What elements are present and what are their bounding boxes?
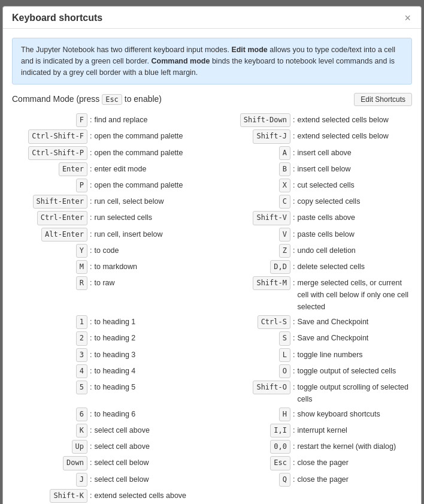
colon-separator: : [90,179,92,191]
key-badge: Shift-J [253,129,290,143]
colon-separator: : [90,212,92,224]
shortcut-key: 3 [12,348,90,362]
shortcut-row-left: Down:select cell below [12,455,209,471]
shortcut-desc: select cell below [94,457,209,469]
key-badge: J [76,473,87,487]
shortcut-row-left: Ctrl-Shift-P:open the command palette [12,145,209,161]
key-badge: 6 [76,408,87,421]
shortcut-desc: toggle output scrolling of selected cell… [297,381,412,405]
edit-shortcuts-button[interactable]: Edit Shortcuts [354,93,412,106]
shortcut-row-right: Shift-M:merge selected cells, or current… [215,275,412,314]
shortcut-row-left: Y:to code [12,243,209,259]
shortcut-key: S [215,331,293,345]
shortcut-desc: interrupt kernel [297,424,412,436]
shortcut-desc: extend selected cells below [297,114,412,126]
info-box: The Jupyter Notebook has two different k… [12,38,412,84]
key-badge: H [279,408,290,421]
shortcut-key: H [215,408,293,421]
colon-separator: : [293,163,295,175]
colon-separator: : [293,457,295,469]
shortcut-desc: open the command palette [94,179,209,191]
shortcut-desc: insert cell above [297,147,412,159]
colon-separator: : [293,114,295,126]
colon-separator: : [90,245,92,256]
colon-separator: : [293,408,295,420]
shortcut-desc: restart the kernel (with dialog) [297,440,412,452]
colon-separator: : [293,212,295,224]
shortcut-key: J [12,473,90,487]
shortcut-key: A [215,146,293,160]
shortcut-row-left: P:open the command palette [12,177,209,194]
shortcut-desc: insert cell below [297,163,412,175]
key-badge: L [279,348,290,362]
shortcut-row-right: I,I:interrupt kernel [215,422,412,439]
shortcut-key: Esc [215,456,293,470]
key-badge: Shift-K [50,489,87,503]
shortcut-desc: to markdown [94,261,209,273]
shortcut-row-left: Ctrl-Enter:run selected cells [12,210,209,226]
shortcut-key: 6 [12,408,90,421]
key-badge: 2 [76,331,87,345]
colon-separator: : [293,147,295,159]
shortcut-key: Shift-O [215,381,293,394]
key-badge: 3 [76,348,87,362]
colon-separator: : [90,457,92,469]
key-badge: Enter [59,162,87,176]
shortcuts-grid: F:find and replaceShift-Down:extend sele… [12,112,412,504]
shortcut-row-left: 4:to heading 4 [12,363,209,379]
modal-body: The Jupyter Notebook has two different k… [3,29,421,504]
shortcut-row-left: Alt-Enter:run cell, insert below [12,227,209,243]
shortcut-row-left: M:to markdown [12,259,209,275]
info-text-1: The Jupyter Notebook has two different k… [21,46,231,54]
shortcut-key: Shift-Down [215,113,293,127]
key-badge: C [279,195,290,209]
colon-separator: : [293,473,295,485]
colon-separator: : [90,440,92,452]
modal-close-button[interactable]: × [403,13,412,23]
shortcut-key: 5 [12,381,90,394]
shortcut-key: Down [12,456,90,470]
shortcut-row-right: H:show keyboard shortcuts [215,406,412,422]
colon-separator: : [90,261,92,273]
colon-separator: : [293,316,295,328]
shortcut-key: M [12,260,90,274]
colon-separator: : [90,349,92,361]
shortcut-row-right: Shift-Down:extend selected cells below [215,112,412,128]
shortcut-desc: enter edit mode [94,163,209,175]
shortcut-row-left: J:select cell below [12,472,209,488]
colon-separator: : [293,440,295,452]
shortcut-row-right: X:cut selected cells [215,177,412,194]
shortcut-key: V [215,228,293,242]
colon-separator: : [90,332,92,344]
key-badge: 5 [76,381,87,394]
shortcut-key: Z [215,244,293,258]
shortcut-row-left: 2:to heading 2 [12,330,209,346]
shortcut-key: L [215,348,293,362]
key-badge: Y [76,244,87,258]
shortcut-desc: Save and Checkpoint [297,332,412,344]
key-badge: Ctrl-S [258,315,290,329]
shortcut-row-right: Shift-V:paste cells above [215,210,412,226]
shortcut-key: 2 [12,331,90,345]
key-badge: Up [72,440,87,454]
shortcut-desc: select cell below [94,473,209,485]
key-badge: M [76,260,87,274]
shortcut-desc: select cell above [94,440,209,452]
shortcut-key: O [215,364,293,378]
key-badge: Esc [270,456,290,470]
shortcut-desc: to heading 3 [94,349,209,361]
command-mode-label: Command mode [152,57,210,65]
key-badge: K [76,424,87,437]
key-badge: B [279,162,290,176]
key-badge: 1 [76,315,87,329]
key-badge: F [76,113,87,127]
shortcut-key: Shift-V [215,211,293,225]
shortcut-row-right: Shift-J:extend selected cells below [215,128,412,144]
shortcut-row-right: L:toggle line numbers [215,347,412,363]
colon-separator: : [293,245,295,256]
shortcut-row-right: C:copy selected cells [215,194,412,210]
shortcut-desc: to heading 2 [94,332,209,344]
shortcut-key: Shift-J [215,129,293,143]
shortcut-desc: select cell above [94,424,209,436]
colon-separator: : [293,130,295,142]
